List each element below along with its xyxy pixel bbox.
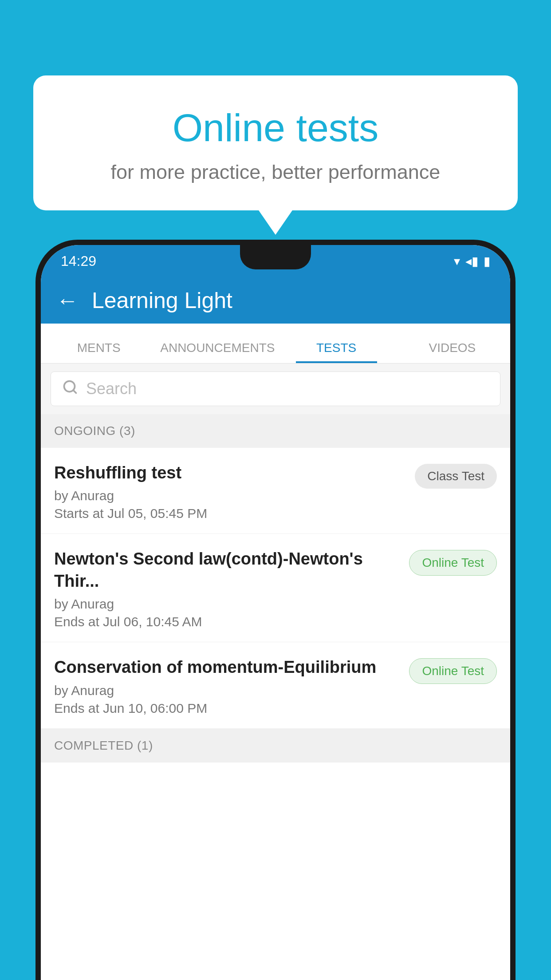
test-info: Conservation of momentum-Equilibrium by … (54, 656, 409, 715)
status-time: 14:29 (61, 253, 96, 269)
tab-videos[interactable]: VIDEOS (394, 341, 510, 363)
search-icon (62, 379, 78, 399)
phone-frame: 14:29 ▾ ◂▮ ▮ ← Learning Light MENTS ANNO… (35, 240, 516, 980)
test-list: Reshuffling test by Anurag Starts at Jul… (41, 448, 510, 729)
test-name: Reshuffling test (54, 462, 406, 484)
test-time: Ends at Jun 10, 06:00 PM (54, 701, 400, 716)
test-badge: Class Test (415, 464, 497, 489)
test-author: by Anurag (54, 488, 406, 503)
svg-line-1 (73, 390, 76, 393)
tab-ments[interactable]: MENTS (41, 341, 157, 363)
battery-icon: ▮ (484, 254, 490, 269)
tab-tests[interactable]: TESTS (278, 341, 394, 363)
status-bar: 14:29 ▾ ◂▮ ▮ (41, 245, 510, 277)
test-badge: Online Test (409, 550, 497, 576)
wifi-icon: ▾ (454, 254, 460, 269)
bubble-subtitle: for more practice, better performance (69, 161, 482, 184)
completed-section-header: COMPLETED (1) (41, 729, 510, 763)
bubble-title: Online tests (69, 107, 482, 150)
test-item[interactable]: Reshuffling test by Anurag Starts at Jul… (41, 448, 510, 534)
test-badge: Online Test (409, 658, 497, 684)
test-item[interactable]: Conservation of momentum-Equilibrium by … (41, 642, 510, 728)
test-info: Newton's Second law(contd)-Newton's Thir… (54, 548, 409, 629)
test-name: Conservation of momentum-Equilibrium (54, 656, 400, 678)
search-placeholder: Search (86, 379, 137, 398)
test-info: Reshuffling test by Anurag Starts at Jul… (54, 462, 415, 521)
test-name: Newton's Second law(contd)-Newton's Thir… (54, 548, 400, 592)
test-item[interactable]: Newton's Second law(contd)-Newton's Thir… (41, 534, 510, 642)
test-time: Ends at Jul 06, 10:45 AM (54, 614, 400, 629)
back-button[interactable]: ← (56, 288, 79, 313)
signal-icon: ◂▮ (465, 254, 478, 269)
tab-announcements[interactable]: ANNOUNCEMENTS (157, 341, 278, 363)
app-title: Learning Light (92, 288, 232, 313)
tab-bar: MENTS ANNOUNCEMENTS TESTS VIDEOS (41, 324, 510, 364)
ongoing-section-header: ONGOING (3) (41, 414, 510, 448)
search-box[interactable]: Search (51, 371, 500, 406)
test-author: by Anurag (54, 683, 400, 698)
test-author: by Anurag (54, 597, 400, 612)
app-header: ← Learning Light (41, 277, 510, 324)
promo-speech-bubble: Online tests for more practice, better p… (33, 75, 518, 210)
status-icons: ▾ ◂▮ ▮ (454, 254, 490, 269)
test-time: Starts at Jul 05, 05:45 PM (54, 506, 406, 521)
search-container: Search (41, 364, 510, 414)
notch (240, 245, 311, 269)
